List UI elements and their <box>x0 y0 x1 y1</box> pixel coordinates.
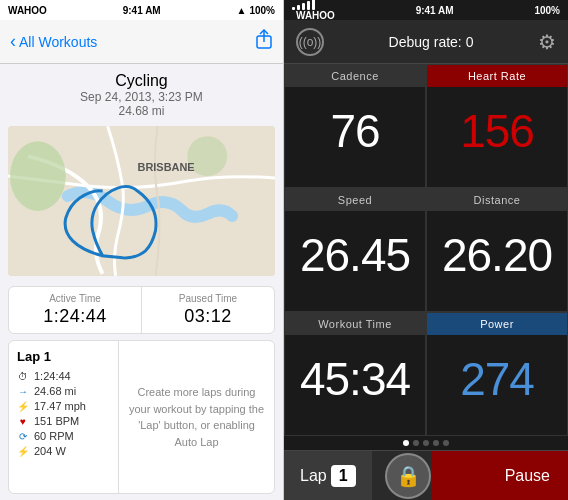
pause-label: Pause <box>505 467 550 485</box>
signal-dots <box>292 0 335 10</box>
dot-1 <box>403 440 409 446</box>
metric-value-0: 76 <box>330 104 379 158</box>
workout-title-area: Cycling Sep 24, 2013, 3:23 PM 24.68 mi <box>0 64 283 122</box>
lap-btn-label: Lap <box>300 467 327 485</box>
svg-point-3 <box>10 141 66 211</box>
paused-time-value: 03:12 <box>152 306 264 327</box>
speed-icon: ⚡ <box>17 401 29 412</box>
metric-label-0: Cadence <box>285 65 425 87</box>
metric-cell-2: Speed26.45 <box>284 188 426 312</box>
gps-icon-left: ▲ <box>237 5 247 16</box>
lap-hr: ♥ 151 BPM <box>17 415 110 427</box>
workout-name: Cycling <box>10 72 273 90</box>
live-icon: ((o)) <box>296 28 324 56</box>
power-icon: ⚡ <box>17 446 29 457</box>
lap-speed: ⚡ 17.47 mph <box>17 400 110 412</box>
heart-icon: ♥ <box>17 416 29 427</box>
metric-label-4: Workout Time <box>285 313 425 335</box>
battery-area-left: ▲ 100% <box>237 5 275 16</box>
metric-value-5: 274 <box>460 352 534 406</box>
lap-hint-area: Create more laps during your workout by … <box>119 341 274 493</box>
svg-text:BRISBANE: BRISBANE <box>138 161 195 173</box>
lap-section: Lap 1 ⏱ 1:24:44 → 24.68 mi ⚡ 17.47 mph ♥… <box>8 340 275 494</box>
carrier-left: WAHOO <box>8 5 47 16</box>
metric-label-5: Power <box>427 313 567 335</box>
metric-label-1: Heart Rate <box>427 65 567 87</box>
workout-distance: 24.68 mi <box>10 104 273 118</box>
distance-icon: → <box>17 386 29 397</box>
dot-4 <box>433 440 439 446</box>
right-panel: WAHOO 9:41 AM 100% ((o)) Debug rate: 0 ⚙… <box>284 0 568 500</box>
nav-bar-left: ‹ All Workouts <box>0 20 283 64</box>
dot-3 <box>423 440 429 446</box>
lap-number: 1 <box>331 465 356 487</box>
page-dots <box>284 436 568 450</box>
lap-time: ⏱ 1:24:44 <box>17 370 110 382</box>
lap-cadence: ⟳ 60 RPM <box>17 430 110 442</box>
metric-value-2: 26.45 <box>300 228 410 282</box>
lock-button[interactable]: 🔒 <box>385 453 431 499</box>
nav-bar-right: ((o)) Debug rate: 0 ⚙ <box>284 20 568 64</box>
metric-cell-4: Workout Time45:34 <box>284 312 426 436</box>
cadence-icon: ⟳ <box>17 431 29 442</box>
lap-distance: → 24.68 mi <box>17 385 110 397</box>
lap-header: Lap 1 <box>17 349 110 364</box>
map-container: BRISBANE <box>8 126 275 276</box>
map-svg: BRISBANE <box>8 126 275 276</box>
settings-button[interactable]: ⚙ <box>538 30 556 54</box>
metric-cell-3: Distance26.20 <box>426 188 568 312</box>
workout-date: Sep 24, 2013, 3:23 PM <box>10 90 273 104</box>
lap-time-value: 1:24:44 <box>34 370 71 382</box>
lap-details: Lap 1 ⏱ 1:24:44 → 24.68 mi ⚡ 17.47 mph ♥… <box>9 341 119 493</box>
bottom-bar: Lap 1 🔒 Pause <box>284 450 568 500</box>
live-waves-icon: ((o)) <box>299 35 322 49</box>
metric-cell-5: Power274 <box>426 312 568 436</box>
metrics-grid: Cadence76Heart Rate156Speed26.45Distance… <box>284 64 568 436</box>
lap-button-area: Lap 1 <box>284 451 385 501</box>
share-button[interactable] <box>255 29 273 54</box>
lap-distance-value: 24.68 mi <box>34 385 76 397</box>
status-bar-right: WAHOO 9:41 AM 100% <box>284 0 568 20</box>
time-left: 9:41 AM <box>123 5 161 16</box>
debug-title: Debug rate: 0 <box>389 34 474 50</box>
paused-time-label: Paused Time <box>152 293 264 304</box>
metric-value-4: 45:34 <box>300 352 410 406</box>
pause-button[interactable]: Pause <box>431 451 568 501</box>
clock-icon: ⏱ <box>17 371 29 382</box>
stats-row: Active Time 1:24:44 Paused Time 03:12 <box>8 286 275 334</box>
lap-hint-text: Create more laps during your workout by … <box>127 384 266 450</box>
metric-cell-0: Cadence76 <box>284 64 426 188</box>
active-time-label: Active Time <box>19 293 131 304</box>
lap-button[interactable]: Lap 1 <box>284 451 372 501</box>
metric-label-2: Speed <box>285 189 425 211</box>
lock-icon: 🔒 <box>396 464 421 488</box>
lap-speed-value: 17.47 mph <box>34 400 86 412</box>
back-button[interactable]: ‹ All Workouts <box>10 33 97 50</box>
status-bar-left: WAHOO 9:41 AM ▲ 100% <box>0 0 283 20</box>
dot-2 <box>413 440 419 446</box>
lap-hr-value: 151 BPM <box>34 415 79 427</box>
back-label: All Workouts <box>19 34 97 50</box>
battery-left: 100% <box>249 5 275 16</box>
metric-value-1: 156 <box>460 104 534 158</box>
time-right: 9:41 AM <box>416 5 454 16</box>
battery-right: 100% <box>534 5 560 16</box>
lap-power: ⚡ 204 W <box>17 445 110 457</box>
carrier-right: WAHOO <box>292 0 335 21</box>
paused-time-col: Paused Time 03:12 <box>142 287 274 333</box>
metric-cell-1: Heart Rate156 <box>426 64 568 188</box>
lap-cadence-value: 60 RPM <box>34 430 74 442</box>
lap-power-value: 204 W <box>34 445 66 457</box>
back-chevron-icon: ‹ <box>10 32 16 50</box>
left-panel: WAHOO 9:41 AM ▲ 100% ‹ All Workouts Cycl… <box>0 0 284 500</box>
active-time-value: 1:24:44 <box>19 306 131 327</box>
active-time-col: Active Time 1:24:44 <box>9 287 142 333</box>
metric-label-3: Distance <box>427 189 567 211</box>
metric-value-3: 26.20 <box>442 228 552 282</box>
share-icon <box>255 29 273 49</box>
dot-5 <box>443 440 449 446</box>
